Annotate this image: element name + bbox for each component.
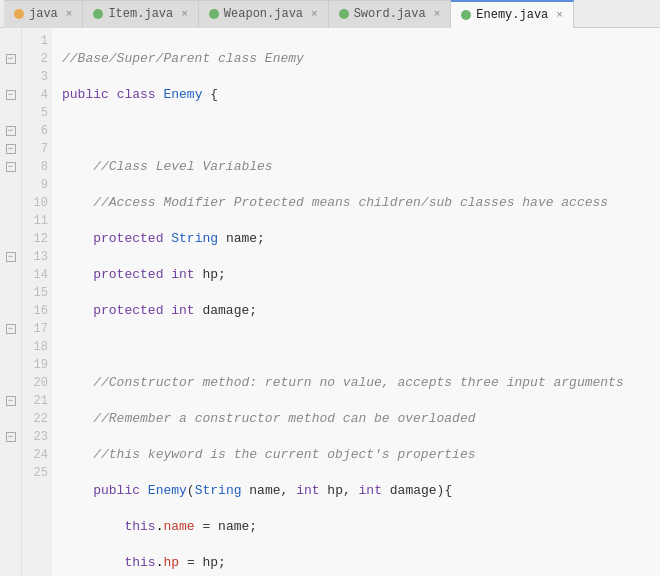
gutter-line-17[interactable]: − [6, 320, 16, 338]
tab-sword-label: Sword.java [354, 7, 426, 21]
line-13: public Enemy(String name, int hp, int da… [62, 482, 650, 500]
gutter-line-13[interactable]: − [6, 248, 16, 266]
tab-item-icon [93, 9, 103, 19]
tab-java-icon [14, 9, 24, 19]
tab-sword-icon [339, 9, 349, 19]
tab-weapon-icon [209, 9, 219, 19]
tab-enemy-close[interactable]: × [556, 9, 563, 21]
tab-enemy-icon [461, 10, 471, 20]
tab-weapon-close[interactable]: × [311, 8, 318, 20]
gutter: − − − − − − − − − [0, 28, 22, 576]
gutter-line-2[interactable]: − [6, 50, 16, 68]
code-content[interactable]: //Base/Super/Parent class Enemy public c… [52, 28, 660, 576]
gutter-line-7[interactable]: − [6, 140, 16, 158]
line-numbers: 1 2 3 4 5 6 7 8 9 10 11 12 13 14 15 16 1… [22, 28, 52, 576]
gutter-line-21[interactable]: − [6, 392, 16, 410]
line-7: protected int hp; [62, 266, 650, 284]
line-10: //Constructor method: return no value, a… [62, 374, 650, 392]
tab-enemy-label: Enemy.java [476, 8, 548, 22]
tab-sword-close[interactable]: × [434, 8, 441, 20]
line-14: this.name = name; [62, 518, 650, 536]
code-area: − − − − − − − − − 1 2 3 4 5 6 7 [0, 28, 660, 576]
tab-java-label: java [29, 7, 58, 21]
gutter-line-6[interactable]: − [6, 122, 16, 140]
line-4: //Class Level Variables [62, 158, 650, 176]
line-5: //Access Modifier Protected means childr… [62, 194, 650, 212]
tab-java[interactable]: java × [4, 0, 83, 28]
line-11: //Remember a constructor method can be o… [62, 410, 650, 428]
line-6: protected String name; [62, 230, 650, 248]
tab-item-label: Item.java [108, 7, 173, 21]
line-1: //Base/Super/Parent class Enemy [62, 50, 650, 68]
tab-bar: java × Item.java × Weapon.java × Sword.j… [0, 0, 660, 28]
tab-sword[interactable]: Sword.java × [329, 0, 452, 28]
tab-weapon-label: Weapon.java [224, 7, 303, 21]
tab-java-close[interactable]: × [66, 8, 73, 20]
tab-item-close[interactable]: × [181, 8, 188, 20]
line-9 [62, 338, 650, 356]
tab-item[interactable]: Item.java × [83, 0, 198, 28]
line-12: //this keyword is the current object's p… [62, 446, 650, 464]
gutter-line-23[interactable]: − [6, 428, 16, 446]
gutter-line-4[interactable]: − [6, 86, 16, 104]
tab-weapon[interactable]: Weapon.java × [199, 0, 329, 28]
tab-enemy[interactable]: Enemy.java × [451, 0, 574, 28]
gutter-line-8[interactable]: − [6, 158, 16, 176]
line-2: public class Enemy { [62, 86, 650, 104]
line-15: this.hp = hp; [62, 554, 650, 572]
line-3 [62, 122, 650, 140]
line-8: protected int damage; [62, 302, 650, 320]
